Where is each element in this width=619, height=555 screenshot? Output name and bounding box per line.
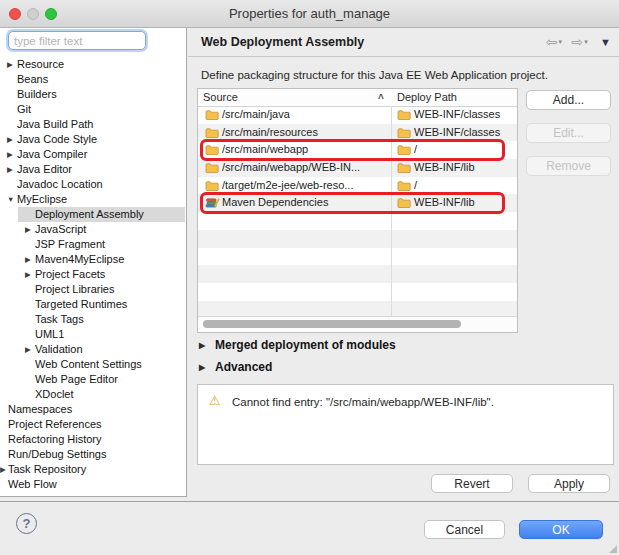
sidebar-item-label: Project Libraries — [35, 283, 114, 295]
cancel-button[interactable]: Cancel — [424, 520, 505, 539]
chevron-right-icon[interactable]: ▶ — [7, 147, 17, 162]
table-row[interactable]: /target/m2e-jee/web-reso.../ — [198, 177, 517, 195]
sidebar-item-java-compiler[interactable]: ▶Java Compiler — [0, 147, 185, 162]
sidebar-item-label: MyEclipse — [17, 193, 67, 205]
deploy-path-cell: WEB-INF/classes — [414, 106, 500, 124]
chevron-right-icon[interactable]: ▶ — [25, 222, 35, 237]
sidebar-item-validation[interactable]: ▶Validation — [0, 342, 185, 357]
sidebar-item-myeclipse[interactable]: ▼MyEclipse — [0, 192, 185, 207]
horizontal-scrollbar[interactable] — [198, 316, 517, 332]
sidebar-item-xdoclet[interactable]: XDoclet — [0, 387, 185, 402]
back-dropdown-icon[interactable]: ▾ — [558, 38, 562, 46]
chevron-right-icon[interactable]: ▶ — [199, 341, 215, 350]
main-panel: Web Deployment Assembly ⇦▾ ⇨▾ ▼ Define p… — [188, 28, 619, 501]
forward-dropdown-icon[interactable]: ▾ — [584, 38, 588, 46]
sidebar-item-run-debug-settings[interactable]: Run/Debug Settings — [0, 447, 185, 462]
revert-button[interactable]: Revert — [431, 474, 513, 493]
sidebar-item-label: Java Compiler — [17, 148, 87, 160]
chevron-right-icon[interactable]: ▶ — [0, 462, 8, 477]
apply-button[interactable]: Apply — [528, 474, 610, 493]
chevron-right-icon[interactable]: ▶ — [25, 267, 35, 282]
sidebar-item-label: Java Build Path — [17, 118, 93, 130]
sidebar-item-web-page-editor[interactable]: Web Page Editor — [0, 372, 185, 387]
sidebar-item-resource[interactable]: ▶Resource — [0, 57, 185, 72]
sidebar-item-label: Web Page Editor — [35, 373, 118, 385]
sidebar-item-label: Task Repository — [8, 463, 86, 475]
sidebar-item-project-references[interactable]: Project References — [0, 417, 185, 432]
section-merged-deployment-of-modules[interactable]: ▶Merged deployment of modules — [199, 338, 396, 352]
properties-dialog: { "window": { "title": "Properties for a… — [0, 0, 619, 555]
sidebar-item-javascript[interactable]: ▶JavaScript — [0, 222, 185, 237]
sidebar-item-task-tags[interactable]: Task Tags — [0, 312, 185, 327]
sidebar-item-namespaces[interactable]: Namespaces — [0, 402, 185, 417]
resize-grip-icon[interactable] — [609, 545, 617, 553]
deploy-path-cell: / — [414, 177, 417, 195]
sidebar-item-web-flow[interactable]: Web Flow — [0, 477, 185, 492]
sidebar-item-task-repository[interactable]: ▶Task Repository — [0, 462, 185, 477]
empty-table-row[interactable] — [198, 248, 517, 266]
sidebar-item-git[interactable]: Git — [0, 102, 185, 117]
empty-table-row[interactable] — [198, 283, 517, 301]
view-menu-icon[interactable]: ▼ — [600, 36, 611, 48]
empty-table-row[interactable] — [198, 230, 517, 248]
sidebar-item-label: Resource — [17, 58, 64, 70]
sidebar-item-targeted-runtimes[interactable]: Targeted Runtimes — [0, 297, 185, 312]
help-button[interactable]: ? — [16, 513, 37, 534]
close-button[interactable] — [9, 8, 21, 20]
sidebar-item-jsp-fragment[interactable]: JSP Fragment — [0, 237, 185, 252]
empty-table-row[interactable] — [198, 212, 517, 230]
scrollbar-thumb[interactable] — [203, 320, 461, 328]
sidebar-item-web-content-settings[interactable]: Web Content Settings — [0, 357, 185, 372]
chevron-right-icon[interactable]: ▶ — [25, 252, 35, 267]
section-advanced[interactable]: ▶Advanced — [199, 360, 272, 374]
column-divider[interactable] — [391, 106, 392, 317]
chevron-right-icon[interactable]: ▶ — [7, 132, 17, 147]
sidebar-item-label: Targeted Runtimes — [35, 298, 127, 310]
zoom-button[interactable] — [45, 8, 57, 20]
sidebar-item-maven4myeclipse[interactable]: ▶Maven4MyEclipse — [0, 252, 185, 267]
chevron-down-icon[interactable]: ▼ — [7, 192, 17, 207]
section-label: Merged deployment of modules — [215, 338, 396, 352]
table-header: Source ^ Deploy Path — [198, 89, 517, 107]
sidebar-item-beans[interactable]: Beans — [0, 72, 185, 87]
sidebar-item-uml1[interactable]: UML1 — [0, 327, 185, 342]
source-cell: /src/main/webapp/WEB-IN... — [222, 159, 360, 177]
sidebar-tree: ▶ResourceBeansBuildersGitJava Build Path… — [0, 57, 185, 492]
sidebar-item-refactoring-history[interactable]: Refactoring History — [0, 432, 185, 447]
sidebar-item-label: Project References — [8, 418, 102, 430]
filter-input[interactable] — [8, 31, 146, 50]
sidebar-item-label: Project Facets — [35, 268, 105, 280]
window-title: Properties for auth_manage — [0, 0, 619, 27]
chevron-right-icon[interactable]: ▶ — [7, 57, 17, 72]
chevron-right-icon[interactable]: ▶ — [25, 342, 35, 357]
add-button[interactable]: Add... — [526, 90, 611, 110]
back-icon[interactable]: ⇦ — [546, 34, 558, 50]
sidebar-item-javadoc-location[interactable]: Javadoc Location — [0, 177, 185, 192]
table-row[interactable]: /src/main/webapp/ — [198, 141, 517, 159]
chevron-right-icon[interactable]: ▶ — [7, 162, 17, 177]
forward-icon[interactable]: ⇨ — [571, 34, 583, 50]
table-row[interactable]: /src/main/webapp/WEB-IN...WEB-INF/lib — [198, 159, 517, 177]
column-header-source[interactable]: Source — [203, 89, 238, 106]
deploy-path-cell: WEB-INF/classes — [414, 124, 500, 142]
table-row[interactable]: /src/main/javaWEB-INF/classes — [198, 106, 517, 124]
sidebar-item-project-facets[interactable]: ▶Project Facets — [0, 267, 185, 282]
table-row[interactable]: Maven DependenciesWEB-INF/lib — [198, 194, 517, 212]
sort-ascending-icon[interactable]: ^ — [378, 90, 384, 107]
empty-table-row[interactable] — [198, 265, 517, 283]
empty-table-row[interactable] — [198, 301, 517, 317]
source-cell: /src/main/java — [222, 106, 290, 124]
column-header-deploy-path[interactable]: Deploy Path — [397, 89, 457, 106]
chevron-right-icon[interactable]: ▶ — [199, 363, 215, 372]
section-label: Advanced — [215, 360, 272, 374]
sidebar-item-project-libraries[interactable]: Project Libraries — [0, 282, 185, 297]
sidebar-item-builders[interactable]: Builders — [0, 87, 185, 102]
sidebar-item-java-code-style[interactable]: ▶Java Code Style — [0, 132, 185, 147]
sidebar-item-java-build-path[interactable]: Java Build Path — [0, 117, 185, 132]
sidebar-item-java-editor[interactable]: ▶Java Editor — [0, 162, 185, 177]
table-row[interactable]: /src/main/resourcesWEB-INF/classes — [198, 124, 517, 142]
sidebar-item-deployment-assembly[interactable]: Deployment Assembly — [0, 207, 185, 222]
ok-button[interactable]: OK — [519, 520, 603, 539]
properties-sidebar: ▶ResourceBeansBuildersGitJava Build Path… — [0, 28, 187, 497]
sidebar-item-label: Web Content Settings — [35, 358, 142, 370]
